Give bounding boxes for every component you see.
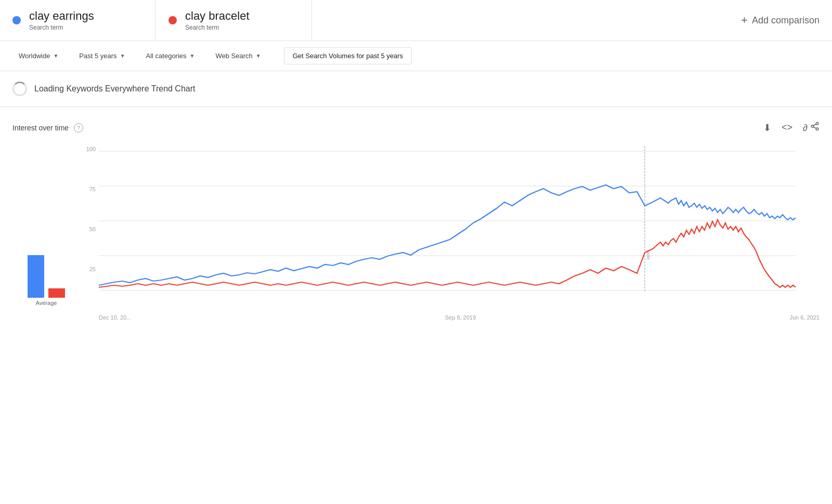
chart-left-avg: Average bbox=[12, 146, 80, 321]
section-title-group: Interest over time ? bbox=[12, 123, 83, 132]
search-type-label: Web Search bbox=[215, 52, 252, 60]
term1-dot bbox=[12, 16, 21, 24]
term1-name: clay earrings bbox=[29, 9, 94, 23]
avg-bar-red bbox=[48, 288, 65, 298]
y-axis-labels: 100 75 50 25 bbox=[80, 146, 99, 306]
search-type-filter[interactable]: Web Search ▼ bbox=[209, 48, 267, 64]
chart-main: 100 75 50 25 bbox=[80, 146, 820, 321]
time-range-chevron-icon: ▼ bbox=[120, 53, 125, 59]
time-range-label: Past 5 years bbox=[79, 52, 116, 60]
embed-icon[interactable]: <> bbox=[782, 122, 792, 133]
interest-over-time-section: Interest over time ? ⬇ <> ∂ bbox=[0, 113, 832, 333]
y-label-100: 100 bbox=[86, 146, 96, 152]
share-icon[interactable]: ∂ bbox=[803, 122, 820, 134]
x-axis-labels: Dec 10, 20... Sep 8, 2019 Jun 6, 2021 bbox=[99, 312, 820, 321]
loading-spinner bbox=[12, 82, 27, 96]
add-comparison-label: Add comparison bbox=[752, 15, 820, 26]
svg-point-0 bbox=[816, 123, 818, 125]
help-icon[interactable]: ? bbox=[74, 123, 83, 132]
term2-type: Search term bbox=[185, 24, 250, 31]
section-actions: ⬇ <> ∂ bbox=[763, 122, 820, 134]
get-volumes-button[interactable]: Get Search Volumes for past 5 years bbox=[284, 47, 412, 64]
location-filter[interactable]: Worldwide ▼ bbox=[12, 48, 64, 64]
search-type-chevron-icon: ▼ bbox=[256, 53, 261, 59]
add-comparison-button[interactable]: + Add comparison bbox=[729, 0, 832, 41]
y-label-25: 25 bbox=[89, 266, 96, 272]
svg-point-1 bbox=[811, 125, 814, 128]
chart-inner: Average 100 75 50 25 bbox=[12, 146, 820, 321]
term2-name: clay bracelet bbox=[185, 9, 250, 23]
loading-text: Loading Keywords Everywhere Trend Chart bbox=[34, 84, 196, 94]
svg-line-3 bbox=[813, 127, 816, 128]
category-filter[interactable]: All categories ▼ bbox=[140, 48, 201, 64]
trend-chart-svg: Note bbox=[99, 146, 796, 312]
y-label-50: 50 bbox=[89, 226, 96, 232]
search-terms-bar: clay earrings Search term clay bracelet … bbox=[0, 0, 832, 41]
loading-bar: Loading Keywords Everywhere Trend Chart bbox=[0, 71, 832, 107]
x-label-3: Jun 6, 2021 bbox=[790, 314, 820, 321]
section-title-text: Interest over time bbox=[12, 124, 69, 132]
chart-container: Average 100 75 50 25 bbox=[0, 142, 832, 333]
svg-point-2 bbox=[816, 128, 818, 130]
x-label-2: Sep 8, 2019 bbox=[445, 314, 476, 321]
term1-type: Search term bbox=[29, 24, 94, 31]
avg-bar-chart bbox=[28, 246, 65, 298]
term2-dot bbox=[168, 16, 177, 24]
category-label: All categories bbox=[146, 52, 187, 60]
chart-svg-area: Note bbox=[99, 146, 820, 312]
download-icon[interactable]: ⬇ bbox=[763, 122, 771, 134]
category-chevron-icon: ▼ bbox=[190, 53, 195, 59]
search-term-1: clay earrings Search term bbox=[0, 0, 156, 41]
location-label: Worldwide bbox=[19, 52, 50, 60]
filter-bar: Worldwide ▼ Past 5 years ▼ All categorie… bbox=[0, 41, 832, 71]
time-range-filter[interactable]: Past 5 years ▼ bbox=[73, 48, 131, 64]
plus-icon: + bbox=[741, 14, 748, 27]
avg-bar-blue bbox=[28, 255, 44, 298]
y-label-75: 75 bbox=[89, 186, 96, 192]
search-term-2: clay bracelet Search term bbox=[156, 0, 312, 41]
x-label-1: Dec 10, 20... bbox=[99, 314, 131, 321]
avg-label: Average bbox=[36, 300, 57, 306]
svg-line-4 bbox=[813, 124, 816, 126]
location-chevron-icon: ▼ bbox=[53, 53, 58, 59]
section-header: Interest over time ? ⬇ <> ∂ bbox=[0, 113, 832, 142]
